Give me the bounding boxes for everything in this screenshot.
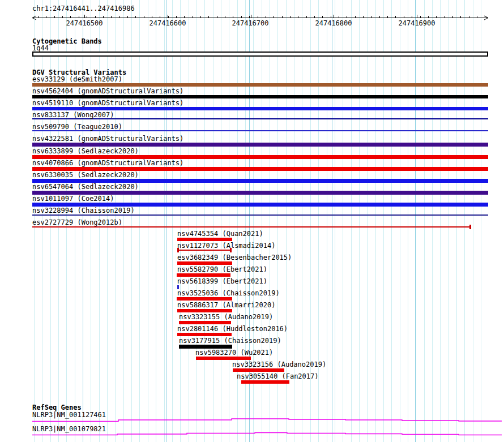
variant-label[interactable]: nsv3323155 (Audano2019) <box>179 314 273 320</box>
variant-label[interactable]: nsv1127073 (Alsmadi2014) <box>177 242 275 249</box>
variant-label[interactable]: esv33129 (deSmith2007) <box>32 76 122 83</box>
variant-label[interactable]: nsv4322581 (gnomADStructuralVariants) <box>32 135 183 142</box>
variant-label[interactable]: nsv6333899 (Sedlazeck2020) <box>32 148 139 155</box>
variant-label[interactable]: nsv4562404 (gnomADStructuralVariants) <box>32 88 183 95</box>
region-title: chr1:247416441..247416986 <box>32 5 135 12</box>
ruler-tick-label: 247416800 <box>315 20 352 27</box>
variant-label[interactable]: nsv3525036 (Chaisson2019) <box>177 290 280 297</box>
gene-label[interactable]: NLRP3|NM_001079821 <box>32 426 106 432</box>
variant-label[interactable]: nsv3055140 (Fan2017) <box>237 373 319 380</box>
genome-browser-view: chr1:247416441..247416986 Cytogenetic Ba… <box>0 0 504 442</box>
variant-label[interactable]: nsv4519110 (gnomADStructuralVariants) <box>32 100 183 106</box>
variant-label[interactable]: esv2727729 (Wong2012b) <box>32 219 122 226</box>
ruler-tick-label: 247416900 <box>398 20 435 27</box>
variant-label[interactable]: nsv2801146 (Huddleston2016) <box>177 325 288 332</box>
variant-label[interactable]: nsv4070866 (gnomADStructuralVariants) <box>32 160 183 166</box>
variant-label[interactable]: nsv6330035 (Sedlazeck2020) <box>32 171 139 178</box>
variant-label[interactable]: nsv833137 (Wong2007) <box>32 111 114 118</box>
variant-label[interactable]: nsv5886317 (Almarri2020) <box>177 302 275 308</box>
refseq-track-header: RefSeq Genes <box>32 404 82 411</box>
variant-label[interactable]: nsv5983270 (Wu2021) <box>195 349 273 356</box>
variant-label[interactable]: nsv6547064 (Sedlazeck2020) <box>32 183 139 190</box>
ruler-tick-label: 247416500 <box>66 20 102 27</box>
variant-label[interactable]: nsv3323156 (Audano2019) <box>232 361 326 368</box>
variant-label[interactable]: nsv5582790 (Ebert2021) <box>177 266 267 273</box>
variant-label[interactable]: nsv509790 (Teague2010) <box>32 123 122 130</box>
variant-label[interactable]: nsv4745354 (Quan2021) <box>177 230 263 237</box>
variant-label[interactable]: esv3682349 (Besenbacher2015) <box>177 254 292 261</box>
variant-label[interactable]: nsv3228994 (Chaisson2019) <box>32 207 135 214</box>
ruler-tick-label: 247416600 <box>149 20 186 27</box>
variant-label[interactable]: nsv5618399 (Ebert2021) <box>177 278 267 285</box>
variant-label[interactable]: nsv1011097 (Coe2014) <box>32 195 114 202</box>
cytoband-label: 1q44 <box>32 45 49 52</box>
ruler-tick-label: 247416700 <box>232 20 268 27</box>
variant-label[interactable]: nsv3177915 (Chaisson2019) <box>179 337 281 344</box>
gene-label[interactable]: NLRP3|NM_001127461 <box>32 411 106 418</box>
